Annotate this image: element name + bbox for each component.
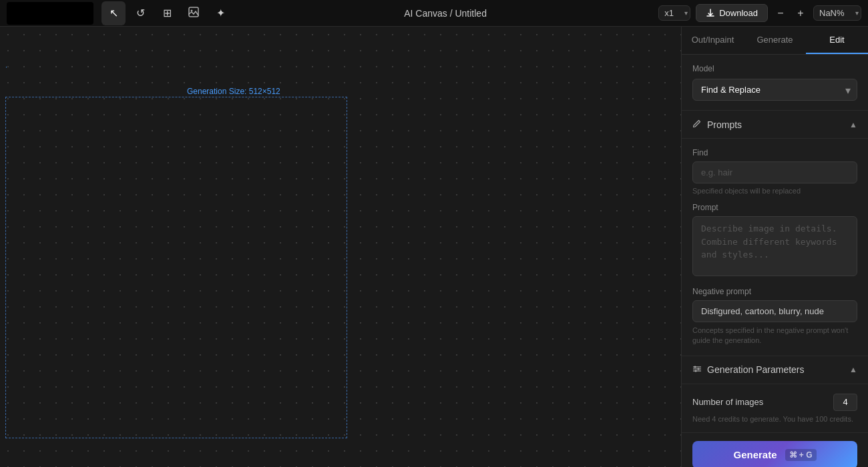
nan-select[interactable]: NaN% <box>813 5 861 21</box>
generate-btn-wrap: Generate ⌘ + G <box>682 432 868 467</box>
gen-params-label: Generation Parameters <box>707 364 805 375</box>
grid-icon: ⊞ <box>163 7 172 19</box>
credits-hint: Need 4 credits to generate. You have 100… <box>692 415 857 423</box>
corner-indicator: · <box>5 63 7 71</box>
prompt-label: Prompt <box>692 203 857 212</box>
prompts-label: Prompts <box>707 119 742 130</box>
gen-params-section-header[interactable]: Generation Parameters ▲ <box>682 356 868 384</box>
num-images-label: Number of images <box>692 397 763 407</box>
prompts-collapse-icon: ▲ <box>849 120 857 129</box>
negative-prompt-input[interactable] <box>692 300 857 322</box>
negative-prompt-label: Negative prompt <box>692 287 857 296</box>
plus-icon: + <box>797 7 803 19</box>
canvas-area[interactable]: · Generation Size: 512×512 <box>0 27 681 467</box>
download-label: Download <box>719 8 758 18</box>
gen-params-body: Number of images 4 Need 4 credits to gen… <box>682 384 868 432</box>
negative-prompt-hint: Concepts specified in the negative promp… <box>692 326 857 346</box>
cursor-icon: ↖ <box>110 7 118 19</box>
page-title: AI Canvas / Untitled <box>235 8 656 19</box>
generate-button[interactable]: Generate ⌘ + G <box>692 441 857 467</box>
gen-params-header-left: Generation Parameters <box>692 364 805 376</box>
nan-select-wrap: NaN% <box>813 5 861 21</box>
model-label: Model <box>692 64 857 73</box>
minus-icon: − <box>777 7 783 19</box>
sliders-icon <box>692 364 702 376</box>
tab-edit[interactable]: Edit <box>806 27 868 54</box>
download-icon <box>706 9 715 18</box>
canvas-generation-box <box>5 97 347 438</box>
model-section: Model Find & Replace Stable Diffusion DA… <box>682 55 868 111</box>
main-area: · Generation Size: 512×512 Out/Inpaint G… <box>0 27 868 467</box>
svg-rect-0 <box>189 7 198 17</box>
svg-point-5 <box>694 366 696 368</box>
svg-point-7 <box>695 370 697 372</box>
find-input[interactable] <box>692 161 857 183</box>
generation-size-label: Generation Size: 512×512 <box>187 87 280 96</box>
model-dropdown[interactable]: Find & Replace Stable Diffusion DALL-E <box>692 79 857 101</box>
prompts-body: Find Specified objects will be replaced … <box>682 139 868 356</box>
svg-point-6 <box>698 368 700 370</box>
generate-shortcut: ⌘ + G <box>785 449 817 461</box>
toolbar: ↖ ↺ ⊞ ✦ AI Canvas / Untitled x1 <box>0 0 868 27</box>
generate-label: Generate <box>733 449 777 460</box>
find-label: Find <box>692 148 857 157</box>
zoom-out-button[interactable]: − <box>773 6 788 21</box>
zoom-select[interactable]: x1 <box>658 5 690 21</box>
star-tool-button[interactable]: ✦ <box>208 1 232 25</box>
download-button[interactable]: Download <box>696 4 768 22</box>
prompts-section-header[interactable]: Prompts ▲ <box>682 111 868 139</box>
logo <box>7 2 93 25</box>
num-images-row: Number of images 4 <box>692 394 857 411</box>
zoom-select-wrap: x1 <box>658 5 690 21</box>
right-panel: Out/Inpaint Generate Edit Model Find & R… <box>681 27 868 467</box>
grid-tool-button[interactable]: ⊞ <box>155 1 179 25</box>
prompt-textarea[interactable] <box>692 216 857 276</box>
num-images-value: 4 <box>833 394 857 411</box>
panel-tabs: Out/Inpaint Generate Edit <box>682 27 868 55</box>
toolbar-right: x1 Download − + NaN% <box>658 4 861 22</box>
star-icon: ✦ <box>216 7 225 19</box>
tab-out-inpaint[interactable]: Out/Inpaint <box>682 27 744 54</box>
pencil-icon <box>692 119 702 130</box>
zoom-in-button[interactable]: + <box>793 6 808 21</box>
svg-point-1 <box>191 9 193 11</box>
image-icon <box>188 6 200 21</box>
image-tool-button[interactable] <box>182 1 206 25</box>
gen-params-collapse-icon: ▲ <box>849 365 857 374</box>
find-hint: Specified objects will be replaced <box>692 187 857 195</box>
cursor-tool-button[interactable]: ↖ <box>101 1 126 25</box>
tab-generate[interactable]: Generate <box>744 27 806 54</box>
model-dropdown-wrap: Find & Replace Stable Diffusion DALL-E <box>692 79 857 101</box>
refresh-icon: ↺ <box>136 7 145 19</box>
prompts-header-left: Prompts <box>692 119 742 130</box>
refresh-tool-button[interactable]: ↺ <box>128 1 152 25</box>
